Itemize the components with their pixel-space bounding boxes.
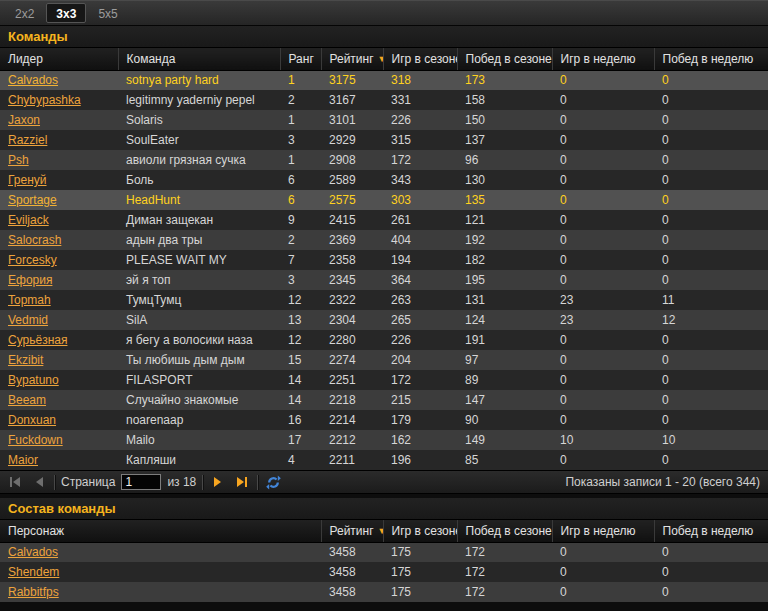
cell-games_week: 0	[552, 250, 654, 270]
roster-row[interactable]: Rabbitfps345817517200	[0, 582, 768, 602]
team-row[interactable]: VedmidSilA1323042651242312	[0, 310, 768, 330]
cell-rating: 2212	[321, 430, 383, 450]
team-row[interactable]: SportageHeadHunt6257530313500	[0, 190, 768, 210]
last-page-button[interactable]	[233, 473, 251, 491]
team-row[interactable]: Calvadossotnya party hard1317531817300	[0, 70, 768, 90]
roster-row[interactable]: Calvados345817517200	[0, 542, 768, 562]
leader-link[interactable]: Calvados	[8, 73, 58, 87]
team-row[interactable]: FuckdownMailo1722121621491010	[0, 430, 768, 450]
leader-link[interactable]: Forcesky	[8, 253, 57, 267]
column-header-1[interactable]: Рейтинг▼	[321, 520, 383, 542]
column-header-5[interactable]: Побед в неделю	[654, 520, 768, 542]
column-header-0[interactable]: Персонаж	[0, 520, 321, 542]
cell-games_season: 175	[383, 562, 457, 582]
team-row[interactable]: ForceskyPLEASE WAIT MY7235819418200	[0, 250, 768, 270]
team-row[interactable]: Pshавиоли грязная сучка129081729600	[0, 150, 768, 170]
leader-link[interactable]: Maior	[8, 453, 38, 467]
tab-2x2[interactable]: 2x2	[5, 3, 44, 23]
cell-games_week: 0	[552, 130, 654, 150]
cell-wins_season: 131	[457, 290, 552, 310]
refresh-button[interactable]	[264, 473, 282, 491]
cell-leader: Donxuan	[0, 410, 118, 430]
column-header-0[interactable]: Лидер	[0, 48, 118, 70]
cell-wins_season: 172	[457, 582, 552, 602]
leader-link[interactable]: Donxuan	[8, 413, 56, 427]
leader-link[interactable]: Гренуй	[8, 173, 47, 187]
team-row[interactable]: MaiorКапляши422111968500	[0, 450, 768, 470]
team-row[interactable]: Donxuannoarenaap1622141799000	[0, 410, 768, 430]
column-header-5[interactable]: Побед в сезоне	[457, 48, 552, 70]
leader-link[interactable]: Ekzibit	[8, 353, 43, 367]
team-row[interactable]: RazzielSoulEater3292931513700	[0, 130, 768, 150]
team-row[interactable]: Ефорияэй я топ3234536419500	[0, 270, 768, 290]
page-number-input[interactable]	[121, 474, 161, 490]
leader-link[interactable]: Сурьёзная	[8, 333, 67, 347]
character-link[interactable]: Rabbitfps	[8, 585, 59, 599]
cell-rating: 3458	[321, 562, 383, 582]
team-row[interactable]: BeeamСлучайно знакомые14221821514700	[0, 390, 768, 410]
leader-link[interactable]: Razziel	[8, 133, 47, 147]
character-link[interactable]: Shendem	[8, 565, 59, 579]
prev-page-button[interactable]	[30, 473, 48, 491]
roster-row[interactable]: Shendem345817517200	[0, 562, 768, 582]
leader-link[interactable]: Jaxon	[8, 113, 40, 127]
cell-wins_season: 121	[457, 210, 552, 230]
cell-games_season: 364	[383, 270, 457, 290]
column-header-4[interactable]: Игр в сезоне	[383, 48, 457, 70]
cell-rating: 3167	[321, 90, 383, 110]
column-header-7[interactable]: Побед в неделю	[654, 48, 768, 70]
team-row[interactable]: EkzibitТы любишь дым дым1522742049700	[0, 350, 768, 370]
column-header-3[interactable]: Побед в сезоне	[457, 520, 552, 542]
cell-team: FILASPORT	[118, 370, 280, 390]
team-row[interactable]: JaxonSolaris1310122615000	[0, 110, 768, 130]
column-header-3[interactable]: Рейтинг▼	[321, 48, 383, 70]
column-header-4[interactable]: Игр в неделю	[552, 520, 654, 542]
mode-tabs: 2x23x35x5	[0, 0, 768, 26]
column-header-2[interactable]: Ранг	[280, 48, 321, 70]
cell-rank: 4	[280, 450, 321, 470]
tab-3x3[interactable]: 3x3	[46, 3, 86, 23]
team-row[interactable]: Сурьёзнаяя бегу а волосики наза122280226…	[0, 330, 768, 350]
cell-team: PLEASE WAIT MY	[118, 250, 280, 270]
cell-leader: Гренуй	[0, 170, 118, 190]
leader-link[interactable]: Psh	[8, 153, 29, 167]
column-header-1[interactable]: Команда	[118, 48, 280, 70]
cell-games_week: 0	[552, 90, 654, 110]
cell-team: Капляши	[118, 450, 280, 470]
next-page-button[interactable]	[209, 473, 227, 491]
cell-games_season: 318	[383, 70, 457, 90]
team-row[interactable]: Salocrashадын два тры2236940419200	[0, 230, 768, 250]
leader-link[interactable]: Chybypashka	[8, 93, 81, 107]
tab-5x5[interactable]: 5x5	[88, 3, 127, 23]
leader-link[interactable]: Fuckdown	[8, 433, 63, 447]
team-row[interactable]: BypatunoFILASPORT1422511728900	[0, 370, 768, 390]
leader-link[interactable]: Bypatuno	[8, 373, 59, 387]
cell-team: legitimny yaderniy pepel	[118, 90, 280, 110]
cell-wins_season: 173	[457, 70, 552, 90]
leader-link[interactable]: Topmah	[8, 293, 51, 307]
cell-leader: Calvados	[0, 70, 118, 90]
cell-games_season: 226	[383, 330, 457, 350]
first-page-button[interactable]	[6, 473, 24, 491]
leader-link[interactable]: Sportage	[8, 193, 57, 207]
team-row[interactable]: TopmahТумцТумц1223222631312311	[0, 290, 768, 310]
leader-link[interactable]: Ефория	[8, 273, 52, 287]
leader-link[interactable]: Beeam	[8, 393, 46, 407]
cell-rating: 3458	[321, 582, 383, 602]
team-row[interactable]: Chybypashkalegitimny yaderniy pepel23167…	[0, 90, 768, 110]
team-row[interactable]: ГренуйБоль6258934313000	[0, 170, 768, 190]
column-header-2[interactable]: Игр в сезоне	[383, 520, 457, 542]
leader-link[interactable]: Salocrash	[8, 233, 61, 247]
cell-team: эй я топ	[118, 270, 280, 290]
pager-divider	[54, 475, 55, 490]
character-link[interactable]: Calvados	[8, 545, 58, 559]
cell-rating: 2214	[321, 410, 383, 430]
leader-link[interactable]: Vedmid	[8, 313, 48, 327]
cell-wins_week: 0	[654, 370, 768, 390]
cell-rank: 2	[280, 230, 321, 250]
team-row[interactable]: EviljackДиман защекан9241526112100	[0, 210, 768, 230]
cell-rating: 2211	[321, 450, 383, 470]
column-header-6[interactable]: Игр в неделю	[552, 48, 654, 70]
cell-wins_season: 192	[457, 230, 552, 250]
leader-link[interactable]: Eviljack	[8, 213, 49, 227]
